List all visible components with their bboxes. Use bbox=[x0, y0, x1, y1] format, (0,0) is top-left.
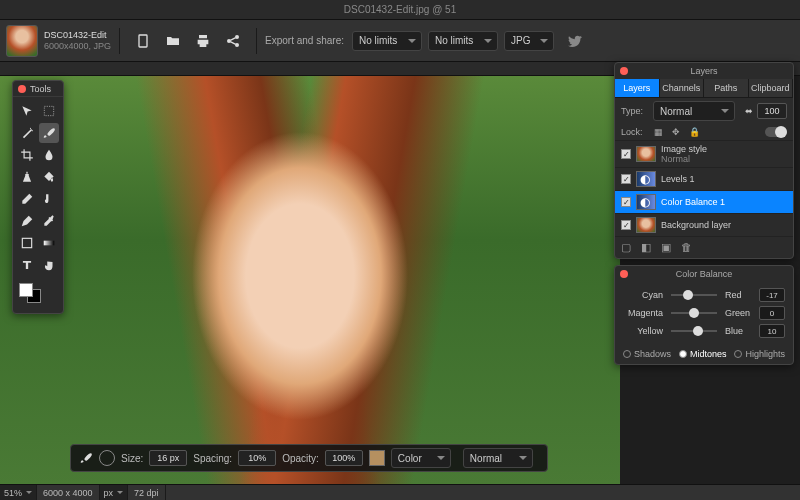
shadows-radio[interactable]: Shadows bbox=[623, 349, 671, 359]
foreground-color[interactable] bbox=[19, 283, 33, 297]
new-doc-button[interactable] bbox=[132, 30, 154, 52]
new-folder-icon[interactable]: ▢ bbox=[621, 241, 631, 254]
pen-tool[interactable] bbox=[17, 211, 37, 231]
color-balance-panel: Color Balance Cyan Red -17 Magenta Green… bbox=[614, 265, 794, 365]
lock-pixels-icon[interactable]: ▦ bbox=[653, 127, 663, 137]
zoom-dropdown[interactable]: 51% bbox=[0, 485, 37, 500]
tab-clipboard[interactable]: Clipboard bbox=[749, 79, 794, 97]
layer-name: Image style bbox=[661, 144, 707, 154]
highlights-radio[interactable]: Highlights bbox=[734, 349, 785, 359]
status-dimensions: 6000 x 4000 bbox=[37, 485, 100, 500]
yellow-blue-slider[interactable] bbox=[671, 330, 717, 332]
text-tool[interactable] bbox=[17, 255, 37, 275]
file-meta: 6000x4000, JPG bbox=[44, 41, 111, 52]
svg-rect-8 bbox=[44, 241, 55, 246]
export-size-dropdown[interactable]: No limits bbox=[352, 31, 422, 51]
svg-point-6 bbox=[32, 130, 33, 131]
close-icon[interactable] bbox=[18, 85, 26, 93]
brush-color-swatch[interactable] bbox=[369, 450, 385, 466]
layer-name: Background layer bbox=[661, 220, 731, 230]
brush-size-input[interactable]: 16 px bbox=[149, 450, 187, 466]
new-layer-icon[interactable]: ▣ bbox=[661, 241, 671, 254]
marquee-tool[interactable] bbox=[39, 101, 59, 121]
brush-opacity-input[interactable]: 100% bbox=[325, 450, 363, 466]
brush-tool[interactable] bbox=[39, 123, 59, 143]
blur-tool[interactable] bbox=[39, 145, 59, 165]
lock-position-icon[interactable]: ✥ bbox=[671, 127, 681, 137]
crop-tool[interactable] bbox=[17, 145, 37, 165]
export-label: Export and share: bbox=[265, 35, 344, 46]
blend-mode-dropdown[interactable]: Normal bbox=[653, 101, 735, 121]
photo-canvas[interactable] bbox=[0, 76, 620, 484]
layer-row[interactable]: ✓ Background layer bbox=[615, 213, 793, 236]
midtones-radio[interactable]: Midtones bbox=[679, 349, 727, 359]
cyan-red-value[interactable]: -17 bbox=[759, 288, 785, 302]
close-icon[interactable] bbox=[620, 67, 628, 75]
brush-options-bar: Size: 16 px Spacing: 10% Opacity: 100% C… bbox=[70, 444, 548, 472]
clone-tool[interactable] bbox=[17, 167, 37, 187]
type-label: Type: bbox=[621, 106, 649, 116]
hand-tool[interactable] bbox=[39, 255, 59, 275]
cyan-red-slider[interactable] bbox=[671, 294, 717, 296]
twitter-icon[interactable] bbox=[564, 30, 586, 52]
checkbox-icon[interactable]: ✓ bbox=[621, 220, 631, 230]
magenta-green-value[interactable]: 0 bbox=[759, 306, 785, 320]
layer-thumb bbox=[636, 171, 656, 187]
tab-channels[interactable]: Channels bbox=[660, 79, 705, 97]
file-info: DSC01432-Edit 6000x4000, JPG bbox=[44, 30, 111, 52]
wand-tool[interactable] bbox=[17, 123, 37, 143]
tab-layers[interactable]: Layers bbox=[615, 79, 660, 97]
brush-preview[interactable] bbox=[99, 450, 115, 466]
unit-dropdown[interactable]: px bbox=[100, 485, 129, 500]
brush-spacing-input[interactable]: 10% bbox=[238, 450, 276, 466]
lock-all-icon[interactable]: 🔒 bbox=[689, 127, 699, 137]
eyedropper-tool[interactable] bbox=[39, 211, 59, 231]
blue-label: Blue bbox=[725, 326, 755, 336]
brush-blend-dropdown[interactable]: Normal bbox=[463, 448, 533, 468]
share-button[interactable] bbox=[222, 30, 244, 52]
move-tool[interactable] bbox=[17, 101, 37, 121]
color-swatches[interactable] bbox=[13, 279, 63, 307]
layer-opacity-input[interactable]: 100 bbox=[757, 103, 787, 119]
file-name: DSC01432-Edit bbox=[44, 30, 111, 41]
shape-tool[interactable] bbox=[17, 233, 37, 253]
yellow-label: Yellow bbox=[623, 326, 663, 336]
brush-color-dropdown[interactable]: Color bbox=[391, 448, 451, 468]
checkbox-icon[interactable]: ✓ bbox=[621, 149, 631, 159]
gradient-tool[interactable] bbox=[39, 233, 59, 253]
size-label: Size: bbox=[121, 453, 143, 464]
fill-tool[interactable] bbox=[39, 167, 59, 187]
visibility-toggle[interactable] bbox=[765, 127, 787, 137]
magenta-green-slider[interactable] bbox=[671, 312, 717, 314]
svg-rect-7 bbox=[22, 238, 31, 247]
layer-name: Levels 1 bbox=[661, 174, 695, 184]
layer-mode: Normal bbox=[661, 154, 707, 164]
yellow-blue-value[interactable]: 10 bbox=[759, 324, 785, 338]
svg-point-5 bbox=[30, 128, 31, 129]
layer-style-row[interactable]: ✓ Image style Normal bbox=[615, 140, 793, 167]
svg-rect-0 bbox=[139, 35, 147, 47]
export-format-dropdown[interactable]: JPG bbox=[504, 31, 554, 51]
close-icon[interactable] bbox=[620, 270, 628, 278]
export-quality-dropdown[interactable]: No limits bbox=[428, 31, 498, 51]
layer-row[interactable]: ✓ Color Balance 1 bbox=[615, 190, 793, 213]
mask-icon[interactable]: ◧ bbox=[641, 241, 651, 254]
layer-row[interactable]: ✓ Levels 1 bbox=[615, 167, 793, 190]
cyan-label: Cyan bbox=[623, 290, 663, 300]
document-thumbnail[interactable] bbox=[6, 25, 38, 57]
open-folder-button[interactable] bbox=[162, 30, 184, 52]
link-icon[interactable]: ⬌ bbox=[745, 106, 753, 116]
brush-icon bbox=[79, 451, 93, 465]
delete-layer-icon[interactable]: 🗑 bbox=[681, 241, 692, 254]
eraser-tool[interactable] bbox=[17, 189, 37, 209]
color-balance-title: Color Balance bbox=[676, 269, 733, 279]
layer-name: Color Balance 1 bbox=[661, 197, 725, 207]
smudge-tool[interactable] bbox=[39, 189, 59, 209]
print-button[interactable] bbox=[192, 30, 214, 52]
svg-rect-4 bbox=[44, 106, 53, 115]
checkbox-icon[interactable]: ✓ bbox=[621, 197, 631, 207]
layers-panel-title: Layers bbox=[690, 66, 717, 76]
checkbox-icon[interactable]: ✓ bbox=[621, 174, 631, 184]
tab-paths[interactable]: Paths bbox=[704, 79, 749, 97]
green-label: Green bbox=[725, 308, 755, 318]
